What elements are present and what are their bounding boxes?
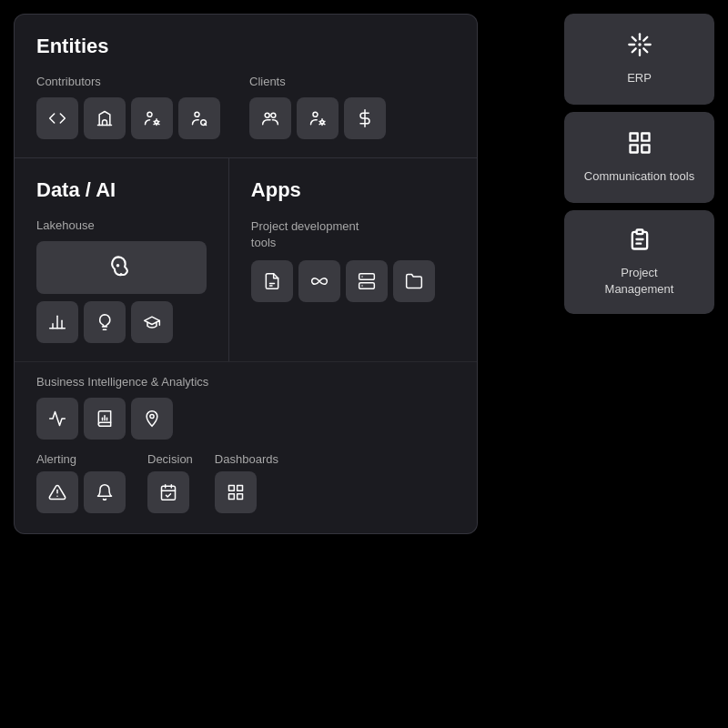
apps-section: Apps Project developmenttools [229,158,477,361]
dashboards-group: Dashboards [215,452,278,513]
svg-rect-31 [228,486,234,491]
main-container: Entities Contributors [0,0,728,728]
clients-money-icon[interactable] [344,97,386,139]
clients-people-icon[interactable] [249,97,291,139]
bi-label: Business Intelligence & Analytics [36,375,455,389]
erp-icon [627,32,652,63]
svg-rect-46 [630,145,637,152]
contributors-icons [36,97,220,139]
data-ai-extra-icons [36,301,207,343]
alerting-bell-icon[interactable] [84,471,126,513]
bi-data-science-icon[interactable] [131,398,173,440]
entities-sub-sections: Contributors [36,75,455,139]
contributors-architect-icon[interactable] [84,97,126,139]
decision-icons [147,471,193,513]
project-management-card[interactable]: ProjectManagement [564,210,714,314]
clients-label: Clients [249,75,386,88]
svg-rect-44 [630,133,637,140]
project-mgmt-icon [627,227,652,258]
alerting-label: Alerting [36,452,126,466]
bi-chart-area-icon[interactable] [36,398,78,440]
left-panel: Entities Contributors [14,14,478,534]
communication-tools-label: Communication tools [584,168,694,185]
data-education-icon[interactable] [131,301,173,343]
svg-rect-27 [162,486,176,500]
apps-title: Apps [251,178,455,202]
erp-label: ERP [627,70,652,86]
svg-line-43 [632,48,635,52]
communication-tools-card[interactable]: Communication tools [564,112,714,203]
svg-point-6 [313,112,318,116]
svg-rect-34 [238,494,243,500]
contributors-group: Contributors [36,75,220,139]
bi-section: Business Intelligence & Analytics Alerti… [15,361,477,533]
project-mgmt-label: ProjectManagement [605,265,674,298]
erp-card[interactable]: ERP [564,14,714,105]
dashboards-grid-icon[interactable] [215,471,257,513]
communication-tools-icon [627,130,652,161]
alerting-triangle-icon[interactable] [36,471,78,513]
decision-group: Decision [147,452,193,513]
entities-section: Entities Contributors [15,15,477,158]
clients-people-settings-icon[interactable] [297,97,339,139]
data-ai-section: Data / AI Lakehouse [15,158,229,361]
svg-rect-32 [238,486,243,491]
dashboards-icons [215,471,278,513]
svg-rect-18 [359,274,374,280]
decision-calendar-icon[interactable] [147,471,189,513]
contributors-search-icon[interactable] [178,97,220,139]
svg-line-41 [643,48,647,52]
clients-icons [249,97,386,139]
svg-point-9 [116,264,120,268]
bi-icons [36,398,455,440]
svg-point-2 [195,112,199,116]
data-bulb-icon[interactable] [84,301,126,343]
dashboards-label: Dashboards [215,452,278,466]
svg-rect-45 [642,133,649,140]
lakehouse-brain-icon[interactable] [36,241,207,294]
project-dev-label: Project developmenttools [251,218,455,251]
svg-rect-47 [642,145,649,152]
alerting-row: Alerting Decision [36,452,455,513]
alerting-group: Alerting [36,452,126,513]
app-file-code-icon[interactable] [251,260,293,302]
data-ai-apps-row: Data / AI Lakehouse [15,158,477,361]
data-chart-icon[interactable] [36,301,78,343]
alerting-icons [36,471,126,513]
svg-line-42 [643,37,647,41]
decision-label: Decision [147,452,193,466]
project-dev-icons [251,260,455,302]
svg-line-40 [632,37,635,41]
svg-point-0 [147,112,152,116]
app-infinity-icon[interactable] [298,260,340,302]
svg-rect-33 [228,494,234,500]
svg-rect-48 [636,230,642,235]
bi-book-chart-icon[interactable] [84,398,126,440]
app-server-icon[interactable] [346,260,388,302]
lakehouse-label: Lakehouse [36,218,207,232]
contributors-people-settings-icon[interactable] [131,97,173,139]
right-panel: ERP Communication tools [564,14,714,314]
contributors-code-icon[interactable] [36,97,78,139]
contributors-label: Contributors [36,75,220,88]
svg-point-5 [271,113,276,117]
data-ai-title: Data / AI [36,178,207,202]
svg-point-4 [265,113,269,117]
app-folder-icon[interactable] [393,260,435,302]
svg-rect-19 [359,283,374,289]
svg-point-35 [638,43,642,46]
entities-title: Entities [36,35,455,58]
clients-group: Clients [249,75,386,139]
